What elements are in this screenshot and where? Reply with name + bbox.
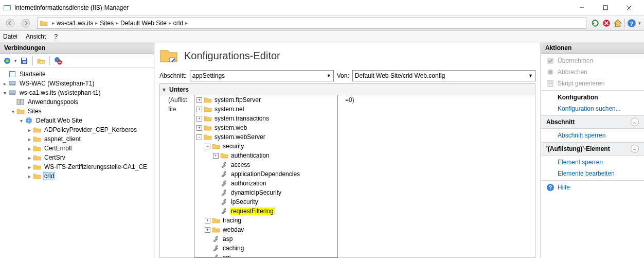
tree-wsca1[interactable]: ▾ws-ca1.ws.its (ws\stephan-t1) (1, 88, 153, 97)
connections-panel: Verbindungen ▾ Startseite ▸WS-WAC (WS\st… (0, 42, 154, 258)
svg-rect-28 (17, 99, 20, 105)
nav-back-button[interactable] (3, 17, 17, 29)
home-icon[interactable] (613, 19, 622, 28)
tree-certenroll[interactable]: ▸CertEnroll (1, 144, 153, 153)
action-cancel: Abbrechen (541, 66, 644, 78)
action-editelem[interactable]: Elemente bearbeiten (541, 168, 644, 179)
folder-icon (33, 135, 41, 143)
chevron-down-icon: ▼ (528, 73, 533, 78)
dropdown-item[interactable]: dynamicIpSecurity (194, 188, 337, 197)
nav-forward-button[interactable] (19, 17, 33, 29)
dropdown-item[interactable]: ipSecurity (194, 197, 337, 207)
dropdown-item[interactable]: access (194, 160, 337, 169)
dropdown-item[interactable]: asp (194, 234, 337, 244)
dropdown-item[interactable]: −security (194, 142, 337, 151)
from-combobox[interactable]: Default Web Site/crld Web.config ▼ (352, 70, 535, 81)
breadcrumb-item-server[interactable]: ws-ca1.ws.its (57, 20, 93, 27)
tree-wsits[interactable]: ▸WS-ITS-Zertifizierungsstelle-CA1_CE (1, 162, 153, 171)
menu-view[interactable]: Ansicht (26, 33, 46, 40)
svg-rect-23 (10, 72, 15, 77)
dropdown-item-requestfiltering[interactable]: requestFiltering (194, 207, 337, 216)
dropdown-item[interactable]: +tracing (194, 216, 337, 225)
svg-rect-4 (603, 6, 607, 10)
navigation-bar: ▸ ws-ca1.ws.its ▸ Sites ▸ Default Web Si… (0, 15, 644, 31)
action-locksection[interactable]: Abschnitt sperren (541, 130, 644, 141)
tree-sites[interactable]: ▾Sites (1, 107, 153, 116)
action-lockelem[interactable]: Element sperren (541, 157, 644, 168)
svg-rect-32 (547, 58, 553, 64)
breadcrumb[interactable]: ▸ ws-ca1.ws.its ▸ Sites ▸ Default Web Si… (37, 18, 586, 29)
dropdown-item[interactable]: +webdav (194, 225, 337, 234)
wrench-icon (220, 161, 228, 168)
help-button[interactable]: ? (627, 19, 636, 28)
svg-rect-26 (9, 91, 15, 94)
svg-rect-18 (23, 61, 26, 63)
dropdown-item[interactable]: authorization (194, 179, 337, 188)
open-folder-icon[interactable] (37, 57, 45, 65)
apply-icon (546, 57, 554, 65)
action-searchconfig[interactable]: Konfiguration suchen... (541, 103, 644, 114)
dropdown-item[interactable]: +system.ftpServer (194, 95, 337, 105)
action-config-header: Konfiguration (541, 92, 644, 103)
svg-point-7 (6, 19, 14, 27)
folder-icon (40, 19, 48, 27)
tree-aspnet[interactable]: ▸aspnet_client (1, 134, 153, 144)
breadcrumb-item-sites[interactable]: Sites (100, 20, 114, 27)
svg-point-15 (6, 59, 9, 62)
tree-defaultsite[interactable]: ▾Default Web Site (1, 116, 153, 125)
tree-adpolicy[interactable]: ▸ADPolicyProvider_CEP_Kerberos (1, 125, 153, 134)
collapse-toggle[interactable]: ▾ (160, 86, 168, 93)
window-minimize-button[interactable] (570, 1, 594, 15)
help-icon: ? (546, 183, 554, 192)
tree-crld[interactable]: ▸crld (1, 171, 153, 181)
svg-rect-24 (9, 81, 15, 84)
dropdown-item[interactable]: +authentication (194, 151, 337, 160)
menu-help[interactable]: ? (54, 33, 58, 40)
config-editor-icon (159, 46, 178, 65)
iis-app-icon (3, 4, 11, 12)
dropdown-item[interactable]: −system.webServer (194, 132, 337, 142)
svg-text:?: ? (630, 20, 634, 26)
breadcrumb-item-crld[interactable]: crld (173, 20, 183, 27)
actions-panel: Aktionen Übernehmen Abbrechen Skript gen… (541, 42, 644, 258)
dropdown-item[interactable]: cgi (194, 253, 337, 257)
section-dropdown-panel: +system.ftpServer +system.net +system.tr… (194, 95, 338, 257)
tree-certsrv[interactable]: ▸CertSrv (1, 153, 153, 162)
folder-icon (33, 126, 41, 134)
collapse-button[interactable]: ︿ (631, 118, 639, 126)
save-icon[interactable] (20, 57, 28, 65)
page-title: Konfigurations-Editor (184, 50, 280, 62)
dropdown-item[interactable]: caching (194, 244, 337, 253)
action-collection-header: '(Auflistung)'-Element︿ (541, 142, 644, 156)
dropdown-item[interactable]: +system.net (194, 105, 337, 114)
window-close-button[interactable] (617, 1, 641, 15)
connect-icon[interactable] (3, 57, 11, 65)
script-icon (546, 79, 554, 88)
collapse-button[interactable]: ︿ (631, 145, 639, 153)
dropdown-item[interactable]: +system.transactions (194, 114, 337, 123)
breadcrumb-sep: ▸ (52, 20, 55, 26)
action-apply: Übernehmen (541, 55, 644, 66)
action-help[interactable]: ?Hilfe (541, 182, 644, 193)
folder-icon (16, 107, 25, 115)
window-titlebar: Internetinformationsdienste (IIS)-Manage… (0, 0, 644, 15)
tree-start[interactable]: Startseite (1, 70, 153, 79)
menu-file[interactable]: Datei (3, 33, 17, 40)
folder-icon (33, 172, 41, 180)
chevron-down-icon: ▼ (327, 73, 331, 78)
tree-wswac[interactable]: ▸WS-WAC (WS\stephan-T1) (1, 79, 153, 88)
tree-apppools[interactable]: Anwendungspools (1, 97, 153, 107)
refresh-button[interactable] (591, 19, 600, 28)
dropdown-item[interactable]: +system.web (194, 123, 337, 132)
dropdown-item[interactable]: applicationDependencies (194, 169, 337, 179)
apppool-icon (16, 98, 25, 106)
stop-icon[interactable] (602, 19, 611, 28)
breadcrumb-item-defaultsite[interactable]: Default Web Site (120, 20, 167, 27)
svg-rect-27 (9, 94, 15, 95)
section-combobox[interactable]: appSettings ▼ (190, 70, 334, 81)
svg-point-2 (5, 5, 5, 6)
delete-connection-icon[interactable] (54, 57, 62, 65)
server-icon (8, 79, 16, 88)
connections-tree: Startseite ▸WS-WAC (WS\stephan-T1) ▾ws-c… (0, 67, 154, 258)
window-maximize-button[interactable] (594, 1, 617, 15)
